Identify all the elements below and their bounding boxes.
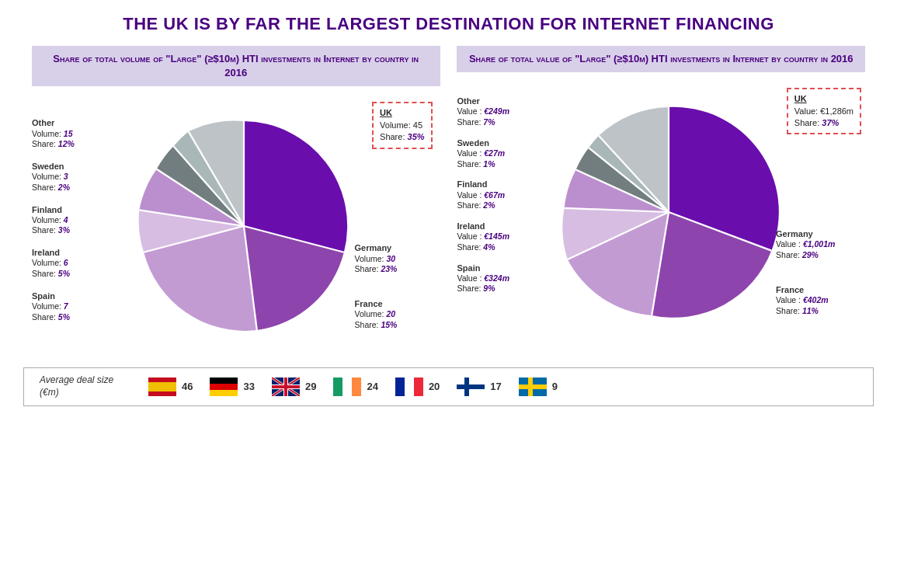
sweden-value: 9: [552, 381, 558, 392]
left-uk-line1: Volume: 45: [380, 120, 425, 131]
france-value: 20: [429, 381, 440, 392]
right-label-sweden: Sweden Value : €27m Share: 1%: [457, 137, 558, 170]
svg-rect-33: [395, 378, 405, 396]
right-pie-svg: [552, 96, 785, 329]
right-uk-line1: Value: €1,286m: [794, 106, 854, 117]
country-item-ireland: 24: [333, 378, 377, 396]
germany-value: 33: [243, 381, 254, 392]
country-item-germany: 33: [210, 378, 254, 396]
svg-rect-34: [405, 378, 414, 396]
flag-sweden: [519, 378, 547, 396]
left-label-france: France Volume: 20 Share: 15%: [355, 298, 440, 331]
svg-rect-35: [414, 378, 423, 396]
svg-rect-32: [352, 378, 361, 396]
right-label-spain: Spain Value : €324m Share: 9%: [457, 263, 558, 295]
svg-rect-17: [148, 382, 176, 391]
country-item-finland: 17: [457, 378, 501, 396]
right-chart-subtitle: Share of total value of "Large" (≥$10m) …: [457, 46, 865, 72]
right-uk-callout: UK Value: €1,286m Share: 37%: [787, 88, 861, 134]
right-label-other: Other Value : €249m Share: 7%: [457, 96, 558, 128]
ireland-value: 24: [367, 381, 377, 392]
svg-rect-18: [210, 378, 238, 384]
right-chart-labels-right: Germany Value : €1,001m Share: 29% Franc…: [776, 228, 865, 321]
left-label-ireland: Ireland Volume: 6 Share: 5%: [32, 247, 125, 280]
flag-ireland: [333, 378, 361, 396]
left-chart-area: UK Volume: 45 Share: 35% Other Volume: 1…: [32, 94, 440, 358]
left-chart-section: Share of total volume of "Large" (≥$10m)…: [32, 46, 440, 358]
right-chart-labels-left: Other Value : €249m Share: 7% Sweden Val…: [457, 96, 558, 299]
right-label-finland: Finland Value : €67m Share: 2%: [457, 179, 558, 211]
flag-spain: [148, 378, 176, 396]
left-pie: [127, 110, 360, 343]
flag-germany: [210, 378, 238, 396]
country-item-uk: 29: [272, 378, 316, 396]
right-label-germany: Germany Value : €1,001m Share: 29%: [776, 228, 865, 261]
left-chart-labels-left: Other Volume: 15 Share: 12% Sweden Volum…: [32, 117, 125, 327]
flag-finland: [457, 378, 485, 396]
flag-france: [395, 378, 423, 396]
svg-rect-29: [272, 385, 300, 388]
left-uk-callout: UK Volume: 45 Share: 35%: [372, 102, 433, 148]
left-chart-subtitle: Share of total volume of "Large" (≥$10m)…: [32, 46, 440, 86]
flag-uk: [272, 378, 300, 396]
svg-rect-31: [342, 378, 352, 396]
left-label-spain: Spain Volume: 7 Share: 5%: [32, 291, 125, 323]
left-pie-svg: [127, 110, 360, 343]
svg-rect-38: [464, 378, 469, 396]
left-chart-labels-right: Germany Volume: 30 Share: 23% France Vol…: [355, 242, 440, 335]
country-item-spain: 46: [148, 378, 193, 396]
left-label-finland: Finland Volume: 4 Share: 3%: [32, 204, 125, 237]
charts-row: Share of total volume of "Large" (≥$10m)…: [0, 46, 897, 358]
right-chart-section: Share of total value of "Large" (≥$10m) …: [457, 46, 865, 358]
finland-value: 17: [490, 381, 501, 392]
left-label-other: Other Volume: 15 Share: 12%: [32, 117, 125, 150]
spain-value: 46: [182, 381, 193, 392]
left-uk-line2: Share: 35%: [380, 131, 425, 143]
right-label-france: France Value : €402m Share: 11%: [776, 284, 865, 317]
left-label-germany: Germany Volume: 30 Share: 23%: [355, 242, 440, 275]
svg-rect-41: [528, 378, 533, 396]
right-chart-area: UK Value: €1,286m Share: 37% Other Value…: [457, 80, 865, 344]
right-uk-title: UK: [794, 93, 854, 105]
svg-rect-20: [210, 390, 238, 396]
uk-value: 29: [305, 381, 316, 392]
svg-rect-30: [333, 378, 342, 396]
avg-deal-label: Average deal size (€m): [40, 374, 133, 398]
bottom-bar: Average deal size (€m) 46 33 29: [23, 367, 874, 405]
svg-rect-19: [210, 384, 238, 390]
svg-rect-37: [457, 384, 485, 389]
left-uk-title: UK: [380, 107, 425, 119]
country-item-france: 20: [395, 378, 440, 396]
page-title: THE UK IS BY FAR THE LARGEST DESTINATION…: [0, 0, 897, 42]
left-label-sweden: Sweden Volume: 3 Share: 2%: [32, 161, 125, 193]
country-item-sweden: 9: [519, 378, 558, 396]
right-pie: [552, 96, 785, 329]
right-label-ireland: Ireland Value : €145m Share: 4%: [457, 221, 558, 253]
right-uk-line2: Share: 37%: [794, 117, 854, 129]
